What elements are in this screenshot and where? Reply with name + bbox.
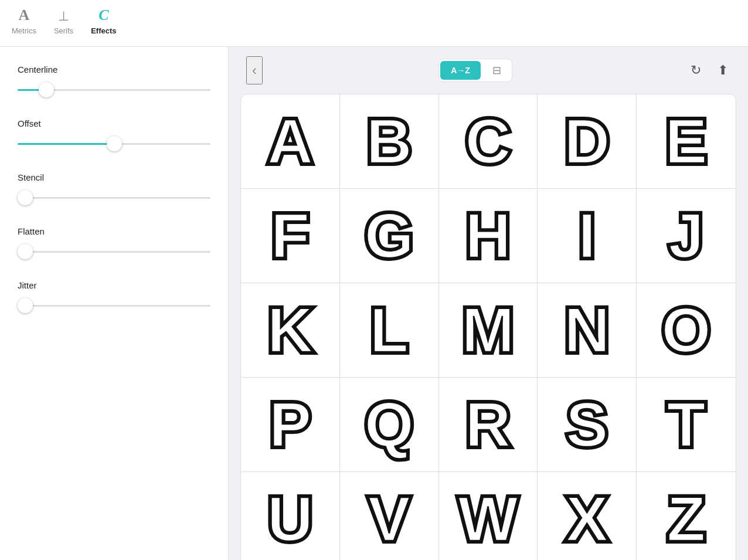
letter-N: N [564,294,610,365]
letter-O: O [662,294,711,365]
share-button[interactable]: ⬆ [715,60,730,80]
tab-serifs-label: Serifs [54,26,73,35]
letter-B: B [366,106,412,177]
stencil-slider-container [18,189,210,206]
letter-K: K [267,294,313,365]
grid-cell-R[interactable]: RRR [439,378,538,471]
tab-effects-label: Effects [91,26,116,35]
offset-label: Offset [18,118,210,128]
letter-A: A [267,106,313,177]
letter-J: J [669,200,704,271]
letter-H: H [465,200,511,271]
offset-slider-container [18,135,210,152]
letter-P: P [269,389,311,460]
jitter-label: Jitter [18,280,210,290]
centerline-slider-container [18,82,210,98]
tab-effects[interactable]: C Effects [91,6,116,40]
view-grid-button[interactable]: ⊟ [482,59,512,82]
letter-R: R [465,389,511,460]
letter-L: L [370,294,409,365]
centerline-track [18,89,210,91]
offset-thumb[interactable] [107,136,122,151]
letter-U: U [267,483,313,554]
grid-row-2: KKKLLLMMMNNNOOO [241,283,736,378]
grid-cell-D[interactable]: DDD [538,94,637,188]
offset-group: Offset [18,118,210,152]
content-toolbar: ‹ A→Z ⊟ ↻ ⬆ [229,47,748,94]
centerline-label: Centerline [18,65,210,74]
letter-C: C [465,106,511,177]
letter-G: G [365,200,414,271]
grid-cell-O[interactable]: OOO [637,283,736,377]
grid-cell-K[interactable]: KKK [241,283,340,377]
grid-row-0: AAABBBCCCDDDEEE [241,94,736,189]
flatten-track [18,251,210,253]
toolbar-left: ‹ [246,56,263,84]
effects-icon: C [98,6,108,24]
jitter-thumb[interactable] [18,298,33,313]
stencil-label: Stencil [18,172,210,182]
letter-X: X [566,483,608,554]
grid-cell-X[interactable]: XXX [538,472,637,560]
jitter-group: Jitter [18,280,210,314]
flatten-group: Flatten [18,226,210,260]
letter-F: F [271,200,310,271]
top-nav: A Metrics ⊥ Serifs C Effects [0,0,748,47]
back-button[interactable]: ‹ [246,56,263,84]
toolbar-right: ↻ ⬆ [688,60,730,80]
offset-track [18,143,210,145]
grid-cell-C[interactable]: CCC [439,94,538,188]
grid-row-1: FFFGGGHHHIIIJJJ [241,189,736,283]
stencil-track [18,197,210,199]
grid-cell-Z[interactable]: ZZZ [637,472,736,560]
grid-cell-I[interactable]: III [538,189,637,283]
flatten-thumb[interactable] [18,244,33,259]
grid-cell-P[interactable]: PPP [241,378,340,471]
grid-cell-B[interactable]: BBB [340,94,439,188]
grid-cell-Q[interactable]: QQQ [340,378,439,471]
stencil-group: Stencil [18,172,210,206]
metrics-icon: A [19,6,30,24]
grid-cell-W[interactable]: WWW [439,472,538,560]
centerline-group: Centerline [18,65,210,98]
offset-fill [18,143,114,145]
view-az-button[interactable]: A→Z [440,61,481,80]
centerline-thumb[interactable] [39,82,54,97]
stencil-thumb[interactable] [18,190,33,205]
jitter-slider-container [18,297,210,314]
grid-cell-L[interactable]: LLL [340,283,439,377]
grid-cell-M[interactable]: MMM [439,283,538,377]
grid-cell-S[interactable]: SSS [538,378,637,471]
grid-cell-V[interactable]: VVV [340,472,439,560]
sidebar: Centerline Offset Stencil [0,47,229,560]
grid-cell-H[interactable]: HHH [439,189,538,283]
letter-D: D [564,106,610,177]
toolbar-center: A→Z ⊟ [438,59,512,82]
main-layout: Centerline Offset Stencil [0,47,748,560]
letter-W: W [458,483,518,554]
letter-T: T [667,389,706,460]
letter-E: E [665,106,708,177]
flatten-slider-container [18,243,210,260]
grid-row-4: UUUVVVWWWXXXZZZ [241,472,736,560]
grid-cell-E[interactable]: EEE [637,94,736,188]
refresh-button[interactable]: ↻ [688,60,703,80]
grid-cell-J[interactable]: JJJ [637,189,736,283]
grid-cell-G[interactable]: GGG [340,189,439,283]
tab-metrics[interactable]: A Metrics [12,6,36,40]
alphabet-grid: AAABBBCCCDDDEEEFFFGGGHHHIIIJJJKKKLLLMMMN… [240,94,736,560]
tab-metrics-label: Metrics [12,26,36,35]
grid-row-3: PPPQQQRRRSSSTTT [241,378,736,472]
flatten-label: Flatten [18,226,210,236]
grid-cell-A[interactable]: AAA [241,94,340,188]
tab-serifs[interactable]: ⊥ Serifs [54,9,73,40]
grid-cell-F[interactable]: FFF [241,189,340,283]
grid-cell-N[interactable]: NNN [538,283,637,377]
letter-Q: Q [365,389,414,460]
serifs-icon: ⊥ [58,9,69,24]
grid-cell-U[interactable]: UUU [241,472,340,560]
grid-cell-T[interactable]: TTT [637,378,736,471]
alphabet-grid-container: AAABBBCCCDDDEEEFFFGGGHHHIIIJJJKKKLLLMMMN… [229,94,748,560]
letter-I: I [578,200,596,271]
letter-S: S [566,389,608,460]
